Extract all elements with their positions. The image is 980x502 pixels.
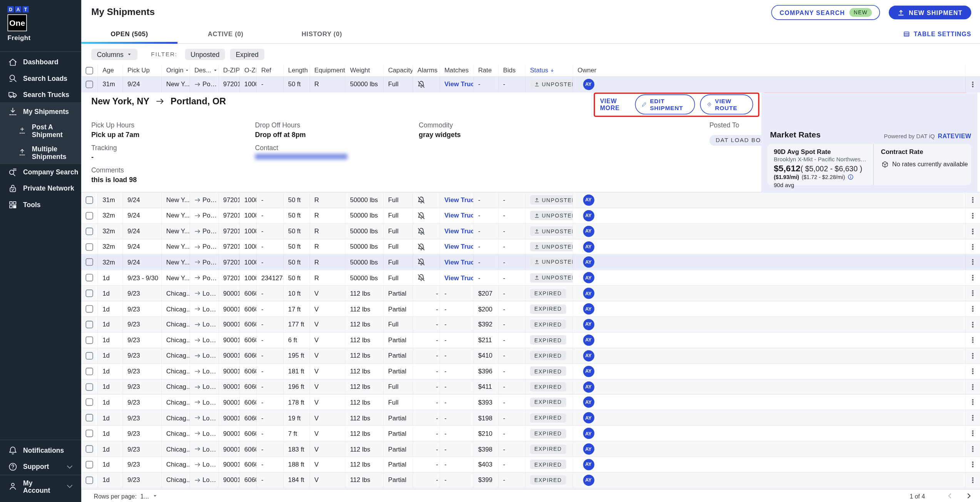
view-trucks-link[interactable]: View Trucks (444, 197, 473, 204)
owner-avatar[interactable]: AY (583, 241, 594, 252)
row-checkbox[interactable] (86, 80, 93, 88)
column-header-dzip[interactable]: D-ZIP (218, 64, 239, 76)
sidebar-item-company-search[interactable]: Company Search (0, 164, 81, 180)
row-checkbox[interactable] (86, 336, 93, 344)
column-header-origin[interactable]: Origin (161, 64, 189, 76)
table-row[interactable]: 1d9/23Chicag...Los A...9000160601-183 ft… (81, 442, 980, 457)
sidebar-item-notifications[interactable]: Notifications (0, 442, 81, 458)
row-menu-button[interactable]: ⋮ (965, 317, 980, 332)
view-trucks-link[interactable]: View Trucks (444, 228, 473, 234)
column-header-status[interactable]: Status (525, 64, 572, 76)
rateview-link[interactable]: RATEVIEW (938, 132, 972, 139)
rows-per-page-dropdown[interactable]: Rows per page: 1... (94, 492, 158, 499)
table-row[interactable]: 1d9/23Chicag...Los A...9000160601-178 ft… (81, 395, 980, 410)
company-search-button[interactable]: COMPANY SEARCH NEW (771, 5, 880, 20)
row-menu-button[interactable]: ⋮ (965, 426, 980, 441)
column-header-pickup[interactable]: Pick Up (122, 64, 161, 76)
table-row[interactable]: 1d9/23Chicag...Los A...9000160601-195 ft… (81, 348, 980, 363)
row-checkbox[interactable] (86, 368, 93, 375)
sidebar-item-search-loads[interactable]: Search Loads (0, 70, 81, 86)
filter-chip-expired[interactable]: Expired (230, 49, 264, 60)
row-checkbox[interactable] (86, 196, 93, 204)
owner-avatar[interactable]: AY (583, 475, 594, 486)
owner-avatar[interactable]: AY (583, 428, 594, 439)
sidebar-item-my-shipments[interactable]: My Shipments (0, 102, 81, 119)
next-page-button[interactable] (965, 492, 972, 499)
sidebar-item-private-network[interactable]: Private Network (0, 180, 81, 196)
row-checkbox[interactable] (86, 430, 93, 437)
column-header-dest[interactable]: Des... (189, 64, 218, 76)
owner-avatar[interactable]: AY (583, 288, 594, 299)
row-checkbox[interactable] (86, 212, 93, 219)
row-checkbox[interactable] (86, 289, 93, 297)
owner-avatar[interactable]: AY (583, 319, 594, 330)
columns-dropdown[interactable]: Columns (91, 49, 137, 60)
sidebar-item-post-a-shipment[interactable]: Post A Shipment (0, 119, 81, 141)
row-menu-button[interactable]: ⋮ (965, 379, 980, 394)
table-row[interactable]: 1d9/23Chicag...Los A...9000160601-6 ftV1… (81, 333, 980, 348)
row-checkbox[interactable] (86, 321, 93, 328)
select-all-checkbox[interactable] (86, 67, 93, 74)
column-header-sel[interactable] (81, 64, 97, 76)
owner-avatar[interactable]: AY (583, 459, 594, 470)
owner-avatar[interactable]: AY (583, 210, 594, 221)
view-trucks-link[interactable]: View Trucks (444, 259, 473, 266)
view-trucks-link[interactable]: View Trucks (444, 243, 473, 250)
row-checkbox[interactable] (86, 352, 93, 359)
table-settings-button[interactable]: TABLE SETTINGS (903, 31, 971, 38)
owner-avatar[interactable]: AY (583, 257, 594, 268)
owner-avatar[interactable]: AY (583, 366, 594, 377)
new-shipment-button[interactable]: NEW SHIPMENT (889, 6, 971, 20)
tab-active-0[interactable]: ACTIVE (0) (177, 25, 274, 43)
table-row[interactable]: 32m9/24New Y...Portla...9720110003-50 ft… (81, 255, 980, 270)
row-checkbox[interactable] (86, 258, 93, 266)
sidebar-item-dashboard[interactable]: Dashboard (0, 54, 81, 70)
tab-history-0[interactable]: HISTORY (0) (274, 25, 370, 43)
sidebar-item-tools[interactable]: Tools (0, 196, 81, 213)
table-row[interactable]: 32m9/24New Y...Portla...9720110003-50 ft… (81, 208, 980, 224)
row-checkbox[interactable] (86, 383, 93, 390)
sidebar-item-multiple-shipments[interactable]: Multiple Shipments (0, 141, 81, 164)
table-row[interactable]: 1d9/23Chicag...Los A...9000160601-196 ft… (81, 379, 980, 395)
row-menu-button[interactable]: ⋮ (965, 224, 980, 239)
row-menu-button[interactable]: ⋮ (965, 410, 980, 425)
owner-avatar[interactable]: AY (583, 381, 594, 392)
table-row[interactable]: 1d9/23Chicag...Los A...9000160601-188 ft… (81, 457, 980, 472)
table-row[interactable]: 1d9/23Chicag...Los A...9000160601-17 ftV… (81, 301, 980, 317)
view-route-button[interactable]: VIEW ROUTE (700, 95, 753, 115)
column-header-owner[interactable]: Owner (573, 64, 604, 76)
owner-avatar[interactable]: AY (583, 194, 594, 206)
table-row[interactable]: 1d9/23Chicag...Los A...9000160601-177 ft… (81, 317, 980, 333)
table-row[interactable]: 31m9/24New Y...Portla...9720110003-50 ft… (81, 77, 980, 92)
owner-avatar[interactable]: AY (583, 350, 594, 361)
filter-chip-unposted[interactable]: Unposted (185, 49, 225, 60)
table-row[interactable]: 1d9/23Chicag...Los A...9000160601-7 ftV1… (81, 426, 980, 442)
owner-avatar[interactable]: AY (583, 79, 594, 90)
column-header-ozip[interactable]: O-ZIP (239, 64, 256, 76)
view-trucks-link[interactable]: View Trucks (444, 274, 473, 281)
column-header-equip[interactable]: Equipment (309, 64, 345, 76)
row-checkbox[interactable] (86, 461, 93, 468)
row-checkbox[interactable] (86, 228, 93, 235)
table-row[interactable]: 1d9/23Chicag...Los A...9000160601-181 ft… (81, 364, 980, 379)
column-header-bids[interactable]: Bids (498, 64, 525, 76)
row-menu-button[interactable]: ⋮ (965, 208, 980, 223)
row-checkbox[interactable] (86, 274, 93, 281)
sidebar-item-support[interactable]: Support (0, 458, 81, 475)
table-row[interactable]: 1d9/23 - 9/30New Y...Portla...9720110003… (81, 270, 980, 286)
column-header-ref[interactable]: Ref (256, 64, 283, 76)
row-checkbox[interactable] (86, 414, 93, 422)
row-checkbox[interactable] (86, 398, 93, 406)
previous-page-button[interactable] (946, 492, 953, 499)
column-header-capacity[interactable]: Capacity (383, 64, 412, 76)
column-header-age[interactable]: Age (97, 64, 122, 76)
owner-avatar[interactable]: AY (583, 226, 594, 237)
owner-avatar[interactable]: AY (583, 272, 594, 283)
row-menu-button[interactable]: ⋮ (965, 348, 980, 363)
row-menu-button[interactable]: ⋮ (965, 442, 980, 457)
owner-avatar[interactable]: AY (583, 412, 594, 423)
column-header-length[interactable]: Length (283, 64, 309, 76)
row-menu-button[interactable]: ⋮ (965, 364, 980, 379)
contact-email-redacted[interactable] (255, 154, 347, 159)
table-row[interactable]: 1d9/23Chicag...Los A...9000160601-10 ftV… (81, 286, 980, 301)
